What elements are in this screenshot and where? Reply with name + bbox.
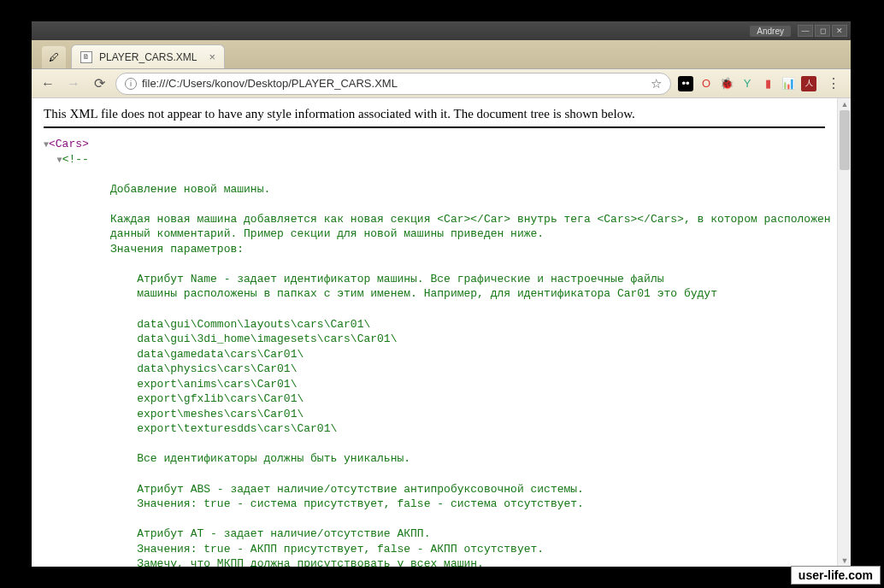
toolbar: ← → ⟳ i file:///C:/Users/konov/Desktop/P… [32, 69, 851, 98]
scroll-down-icon[interactable]: ▼ [838, 555, 852, 567]
watermark: user-life.com [791, 566, 881, 585]
info-icon[interactable]: i [125, 78, 137, 90]
window-titlebar: Andrey — ◻ ✕ [32, 21, 851, 40]
close-tab-icon[interactable]: × [209, 50, 215, 63]
app-icon[interactable]: 🖊 [42, 46, 66, 68]
extension-icon-1[interactable]: •• [678, 76, 693, 91]
content-area: This XML file does not appear to have an… [32, 98, 851, 567]
minimize-button[interactable]: — [798, 25, 813, 37]
address-bar[interactable]: i file:///C:/Users/konov/Desktop/PLAYER_… [115, 73, 671, 95]
menu-icon[interactable]: ⋮ [823, 75, 844, 91]
browser-tab[interactable]: 🗎 PLAYER_CARS.XML × [71, 44, 225, 68]
extension-icon-4[interactable]: Y [740, 76, 755, 91]
scroll-thumb[interactable] [840, 110, 850, 170]
extension-bookmark-icon[interactable]: ▮ [760, 76, 775, 91]
bookmark-star-icon[interactable]: ☆ [651, 76, 662, 91]
forward-button[interactable]: → [64, 74, 83, 93]
extension-icon-3[interactable]: 🐞 [719, 76, 734, 91]
reload-button[interactable]: ⟳ [90, 74, 109, 93]
extension-pdf-icon[interactable]: 人 [801, 76, 816, 91]
xml-comment-body: Добавление новой машины. Каждая новая ма… [44, 183, 831, 567]
xml-notice: This XML file does not appear to have an… [44, 107, 825, 128]
tab-title: PLAYER_CARS.XML [99, 51, 202, 63]
browser-window: Andrey — ◻ ✕ 🖊 🗎 PLAYER_CARS.XML × ← → ⟳… [31, 21, 852, 567]
scroll-up-icon[interactable]: ▲ [838, 98, 852, 110]
xml-comment-open: <!-- [62, 153, 89, 166]
close-window-button[interactable]: ✕ [832, 25, 847, 37]
user-label: Andrey [750, 26, 791, 37]
xml-root-tag: <Cars> [49, 138, 89, 150]
extension-stats-icon[interactable]: 📊 [781, 76, 796, 91]
maximize-button[interactable]: ◻ [815, 25, 830, 37]
xml-tree: ▼<Cars> ▼<!-- Добавление новой машины. К… [44, 137, 825, 567]
extensions: •• O 🐞 Y ▮ 📊 人 [678, 76, 816, 91]
back-button[interactable]: ← [38, 74, 57, 93]
extension-opera-icon[interactable]: O [698, 76, 714, 91]
tab-strip: 🖊 🗎 PLAYER_CARS.XML × [32, 40, 851, 69]
file-icon: 🗎 [80, 51, 92, 63]
page-viewport[interactable]: This XML file does not appear to have an… [32, 98, 837, 567]
url-text: file:///C:/Users/konov/Desktop/PLAYER_CA… [142, 77, 645, 90]
vertical-scrollbar[interactable]: ▲ ▼ [837, 98, 851, 567]
